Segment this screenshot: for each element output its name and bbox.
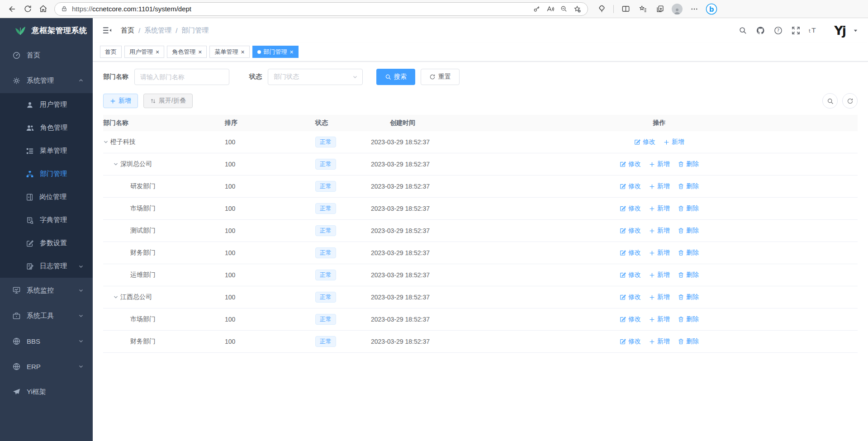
table-search-toggle-icon[interactable]	[822, 93, 838, 109]
breadcrumb-home[interactable]: 首页	[121, 26, 134, 35]
tree-expand-icon[interactable]	[113, 294, 120, 300]
favorites-hub-icon[interactable]	[636, 2, 650, 16]
tree-expand-icon[interactable]	[103, 139, 110, 145]
add-action[interactable]: 新增	[649, 204, 670, 213]
delete-action[interactable]: 删除	[678, 315, 699, 323]
user-menu-caret-icon[interactable]	[853, 28, 858, 33]
browser-refresh-icon[interactable]	[20, 2, 35, 16]
sidebar-item-logs[interactable]: 日志管理	[0, 255, 93, 278]
add-action[interactable]: 新增	[649, 182, 670, 190]
delete-action[interactable]: 删除	[678, 337, 699, 346]
delete-action[interactable]: 删除	[678, 271, 699, 279]
sidebar-item-erp[interactable]: ERP	[0, 354, 93, 379]
tab-home[interactable]: 首页	[100, 46, 122, 58]
sidebar-item-label: 参数设置	[40, 239, 67, 247]
edit-action[interactable]: 修改	[620, 182, 641, 190]
sidebar-item-yi-framework[interactable]: Yi框架	[0, 379, 93, 404]
sidebar-item-monitor[interactable]: 系统监控	[0, 278, 93, 303]
help-icon[interactable]: ?	[771, 24, 785, 37]
sidebar-item-tools[interactable]: 系统工具	[0, 303, 93, 328]
lock-icon[interactable]	[61, 5, 67, 12]
delete-action[interactable]: 删除	[678, 204, 699, 213]
password-key-icon[interactable]	[530, 2, 543, 16]
reset-button[interactable]: 重置	[421, 69, 460, 85]
zoom-out-icon[interactable]	[557, 2, 570, 16]
edit-action[interactable]: 修改	[620, 271, 641, 279]
close-icon[interactable]: ×	[290, 49, 294, 55]
table-refresh-icon[interactable]	[842, 93, 858, 109]
profile-avatar[interactable]	[670, 2, 684, 16]
add-action[interactable]: 新增	[664, 138, 684, 146]
edit-action[interactable]: 修改	[620, 337, 641, 346]
delete-action[interactable]: 删除	[678, 160, 699, 168]
edit-action[interactable]: 修改	[620, 160, 641, 168]
yi-framework-logo[interactable]: Yj	[834, 24, 845, 38]
collapse-sidebar-icon[interactable]	[103, 26, 112, 34]
edit-action[interactable]: 修改	[620, 315, 641, 323]
breadcrumb-dept[interactable]: 部门管理	[181, 26, 209, 35]
delete-action[interactable]: 删除	[678, 293, 699, 301]
sidebar-item-depts[interactable]: 部门管理	[0, 162, 93, 185]
edit-action[interactable]: 修改	[620, 204, 641, 213]
close-icon[interactable]: ×	[198, 49, 202, 55]
url-text[interactable]: https://ccnetcore.com:1101/system/dept	[72, 5, 530, 13]
dept-name-input[interactable]	[134, 69, 229, 85]
sidebar-item-posts[interactable]: 岗位管理	[0, 185, 93, 209]
sidebar-item-home[interactable]: 首页	[0, 43, 93, 68]
browser-essentials-icon[interactable]	[594, 2, 609, 16]
expand-collapse-button[interactable]: 展开/折叠	[143, 94, 193, 108]
add-action[interactable]: 新增	[649, 293, 670, 301]
add-dept-button[interactable]: 新增	[103, 94, 138, 108]
delete-action[interactable]: 删除	[678, 227, 699, 235]
tab-dept-active[interactable]: 部门管理 ×	[252, 46, 299, 58]
browser-home-icon[interactable]	[35, 2, 51, 16]
tree-expand-icon[interactable]	[113, 161, 120, 167]
delete-action[interactable]: 删除	[678, 249, 699, 257]
add-action[interactable]: 新增	[649, 249, 670, 257]
edit-action[interactable]: 修改	[620, 293, 641, 301]
status-select[interactable]: 部门状态	[268, 69, 363, 85]
sidebar-item-menus[interactable]: 菜单管理	[0, 139, 93, 162]
sidebar-item-roles[interactable]: 角色管理	[0, 116, 93, 139]
split-screen-icon[interactable]	[618, 2, 633, 16]
search-icon[interactable]	[736, 24, 749, 37]
fullscreen-icon[interactable]	[789, 24, 802, 37]
app-logo[interactable]: 意框架管理系统	[0, 18, 93, 43]
add-favorite-star-icon[interactable]	[570, 2, 584, 16]
sidebar-item-bbs[interactable]: BBS	[0, 328, 93, 354]
close-icon[interactable]: ×	[241, 49, 244, 55]
add-action[interactable]: 新增	[649, 271, 670, 279]
sidebar-item-users[interactable]: 用户管理	[0, 93, 93, 116]
edit-action[interactable]: 修改	[620, 227, 641, 235]
browser-back-icon[interactable]	[5, 2, 20, 16]
created-time: 2023-03-29 18:52:37	[371, 338, 611, 345]
add-action[interactable]: 新增	[649, 227, 670, 235]
tab-role[interactable]: 角色管理 ×	[167, 46, 207, 58]
close-icon[interactable]: ×	[156, 49, 159, 55]
github-icon[interactable]	[754, 24, 767, 37]
search-button[interactable]: 搜索	[376, 69, 415, 85]
dept-name: 财务部门	[130, 249, 156, 257]
paper-plane-icon	[13, 388, 20, 396]
breadcrumb-system[interactable]: 系统管理	[144, 26, 171, 35]
address-bar[interactable]: https://ccnetcore.com:1101/system/dept	[54, 2, 588, 16]
sidebar-item-dict[interactable]: 字典管理	[0, 209, 93, 232]
bing-copilot-icon[interactable]: b	[704, 2, 719, 16]
add-action[interactable]: 新增	[649, 160, 670, 168]
delete-action[interactable]: 删除	[678, 182, 699, 190]
read-aloud-icon[interactable]	[543, 2, 557, 16]
add-action[interactable]: 新增	[649, 315, 670, 323]
sidebar-item-system[interactable]: 系统管理	[0, 68, 93, 93]
font-size-icon[interactable]: tT	[806, 24, 820, 37]
tab-menu[interactable]: 菜单管理 ×	[209, 46, 249, 58]
edit-action[interactable]: 修改	[620, 249, 641, 257]
browser-more-icon[interactable]	[687, 2, 702, 16]
tab-user[interactable]: 用户管理 ×	[124, 46, 164, 58]
add-action[interactable]: 新增	[649, 337, 670, 346]
tab-label: 菜单管理	[214, 48, 238, 56]
sidebar-item-label: 系统管理	[27, 76, 54, 85]
edit-action[interactable]: 修改	[634, 138, 655, 146]
sidebar-item-params[interactable]: 参数设置	[0, 232, 93, 255]
collections-icon[interactable]	[653, 2, 667, 16]
table-row: 市场部门100正常2023-03-29 18:52:37修改新增删除	[103, 308, 858, 331]
